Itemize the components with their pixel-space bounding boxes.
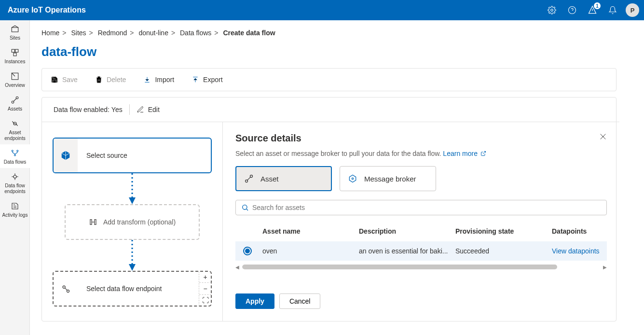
- option-asset[interactable]: Asset: [235, 166, 332, 191]
- brand-title: Azure IoT Operations: [8, 6, 86, 14]
- enabled-label: Data flow enabled:: [54, 106, 110, 113]
- col-description: Description: [356, 227, 452, 235]
- nav-asset-endpoints[interactable]: Asset endpoints: [0, 115, 30, 144]
- search-input[interactable]: [235, 200, 607, 215]
- nav-label: Assets: [8, 106, 22, 112]
- top-bar: Azure IoT Operations 1 P: [0, 0, 644, 20]
- sites-icon: [11, 25, 19, 33]
- col-provisioning: Provisioning state: [452, 227, 549, 235]
- view-datapoints-link[interactable]: View datapoints: [549, 247, 607, 255]
- svg-point-0: [551, 9, 553, 12]
- cell-description: an oven is essential for baki...: [356, 247, 452, 255]
- overview-icon: [11, 72, 19, 81]
- notifications-button[interactable]: [603, 0, 623, 20]
- import-label: Import: [155, 76, 174, 84]
- cube-icon: [60, 150, 71, 161]
- row-radio[interactable]: [243, 247, 252, 255]
- data-flow-endpoints-icon: [11, 172, 19, 181]
- apply-button[interactable]: Apply: [235, 293, 274, 309]
- save-button: Save: [51, 76, 78, 84]
- scroll-right-icon[interactable]: ▶: [603, 265, 607, 270]
- settings-button[interactable]: [542, 0, 562, 20]
- divider: [129, 104, 130, 115]
- horizontal-scroll[interactable]: ◀ ▶: [235, 265, 607, 269]
- add-transform-node[interactable]: Add transform (optional): [65, 204, 200, 240]
- add-transform-label: Add transform (optional): [103, 218, 176, 226]
- help-icon: [568, 6, 576, 14]
- status-banner: Data flow enabled: Yes Edit: [42, 98, 616, 122]
- crumb-sep: >: [89, 29, 93, 37]
- nav-data-flow-endpoints[interactable]: Data flow endpoints: [0, 168, 30, 197]
- details-title: Source details: [235, 133, 607, 144]
- save-label: Save: [62, 76, 78, 84]
- trash-icon: [95, 76, 103, 84]
- asset-option-icon: [244, 174, 254, 183]
- cell-provisioning: Succeeded: [452, 247, 549, 255]
- svg-rect-18: [95, 220, 96, 225]
- edit-label: Edit: [148, 106, 160, 113]
- page-title: data-flow: [41, 44, 617, 59]
- zoom-in-button[interactable]: +: [199, 271, 211, 282]
- nav-instances[interactable]: Instances: [0, 44, 30, 68]
- export-label: Export: [203, 76, 222, 84]
- assets-icon: [11, 96, 19, 104]
- svg-point-11: [12, 150, 13, 152]
- learn-more-link[interactable]: Learn more: [443, 150, 486, 157]
- close-icon: [599, 133, 607, 140]
- nav-sites[interactable]: Sites: [0, 20, 30, 44]
- crumb-sites[interactable]: Sites: [71, 29, 86, 37]
- crumb-data-flows[interactable]: Data flows: [180, 29, 211, 37]
- svg-rect-5: [15, 49, 18, 52]
- close-button[interactable]: [599, 133, 607, 142]
- delete-label: Delete: [107, 76, 126, 84]
- svg-rect-3: [12, 28, 18, 32]
- nav-label: Asset endpoints: [1, 130, 29, 141]
- col-asset-name: Asset name: [260, 227, 356, 235]
- crumb-redmond[interactable]: Redmond: [98, 29, 127, 37]
- breadcrumb: Home> Sites> Redmond> donut-line> Data f…: [41, 29, 617, 37]
- zoom-out-button[interactable]: −: [199, 282, 211, 294]
- cancel-button[interactable]: Cancel: [279, 293, 321, 309]
- option-broker-label: Message broker: [364, 175, 416, 183]
- export-button[interactable]: Export: [192, 76, 222, 84]
- action-toolbar: Save Delete Import Export: [41, 68, 617, 91]
- svg-rect-6: [14, 53, 16, 56]
- alerts-button[interactable]: 1: [582, 0, 603, 20]
- crumb-sep: >: [171, 29, 175, 37]
- crumb-sep: >: [214, 29, 218, 37]
- option-message-broker[interactable]: Message broker: [340, 166, 436, 191]
- crumb-current: Create data flow: [223, 29, 275, 37]
- help-button[interactable]: [562, 0, 582, 20]
- scroll-left-icon[interactable]: ◀: [235, 265, 239, 270]
- nav-activity-logs[interactable]: Activity logs: [0, 197, 30, 221]
- crumb-donut-line[interactable]: donut-line: [138, 29, 168, 37]
- crumb-home[interactable]: Home: [41, 29, 59, 37]
- top-actions: 1 P: [542, 0, 644, 20]
- svg-marker-20: [129, 264, 136, 271]
- select-source-node[interactable]: Select source: [53, 138, 212, 173]
- edit-button[interactable]: Edit: [137, 106, 160, 113]
- zoom-fit-button[interactable]: ⛶: [199, 294, 211, 306]
- bell-icon: [608, 6, 617, 14]
- import-button[interactable]: Import: [143, 76, 174, 84]
- instances-icon: [11, 48, 19, 57]
- nav-label: Instances: [5, 59, 26, 65]
- broker-option-icon: [348, 174, 357, 183]
- svg-point-12: [17, 150, 18, 152]
- asset-endpoints-icon: [11, 119, 19, 128]
- external-link-icon: [480, 151, 486, 156]
- svg-point-30: [243, 205, 247, 209]
- user-avatar[interactable]: P: [626, 3, 639, 17]
- nav-data-flows[interactable]: Data flows: [0, 144, 30, 168]
- select-endpoint-node[interactable]: Select data flow endpoint + − ⛶: [53, 271, 212, 307]
- endpoint-icon: [61, 284, 70, 293]
- cell-asset-name: oven: [260, 247, 356, 255]
- svg-point-1: [569, 7, 576, 14]
- nav-label: Activity logs: [2, 212, 28, 218]
- svg-point-29: [352, 178, 353, 179]
- svg-line-31: [247, 209, 248, 210]
- nav-overview[interactable]: Overview: [0, 68, 30, 91]
- table-row[interactable]: oven an oven is essential for baki... Su…: [235, 241, 607, 261]
- asset-search: [235, 200, 607, 215]
- nav-assets[interactable]: Assets: [0, 91, 30, 115]
